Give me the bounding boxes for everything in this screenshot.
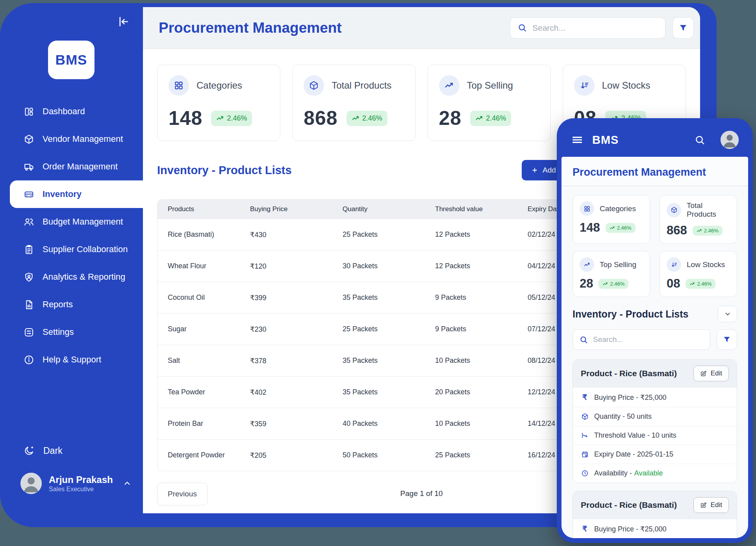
report-icon [24, 299, 34, 310]
mobile-page-title: Procurement Management [573, 166, 706, 178]
rupee-icon: ₹ [581, 524, 589, 533]
stat-label: Top Selling [600, 260, 636, 269]
user-menu[interactable]: Arjun Prakash Sales Executive [20, 473, 132, 494]
stat-value: 868 [304, 107, 337, 130]
search-box[interactable] [573, 329, 710, 350]
search-box[interactable] [510, 17, 665, 39]
mobile-stats-grid: Categories 148 2.46% Total Products 868 … [561, 186, 748, 299]
sidebar-item-vendor-management[interactable]: Vendor Management [0, 125, 143, 153]
mobile-brand-text: BMS [592, 134, 619, 147]
stat-value: 148 [169, 107, 202, 130]
sidebar-item-label: Settings [43, 327, 74, 337]
product-card: Product - Rice (Basmati) Edit ₹ Buying P… [573, 359, 737, 483]
sidebar-nav: Dashboard Vendor Management Order Manage… [0, 98, 143, 373]
filter-button[interactable] [673, 17, 694, 39]
product-title: Product - Rice (Basmati) [581, 369, 677, 378]
cube-icon [24, 134, 34, 145]
sidebar-item-dashboard[interactable]: Dashboard [0, 98, 143, 125]
chevron-down-icon[interactable] [718, 306, 737, 322]
stat-value: 08 [667, 277, 680, 291]
sidebar-item-label: Reports [43, 299, 73, 310]
clock-icon [581, 470, 589, 477]
stat-card-total-products: Total Products 868 2.46% [660, 195, 737, 244]
cube-icon [581, 413, 589, 420]
stat-label: Top Selling [467, 80, 513, 91]
stat-value: 28 [580, 277, 593, 291]
mobile-body: Procurement Management Categories 148 2.… [561, 157, 748, 538]
sidebar-item-inventory[interactable]: Inventory [10, 180, 143, 208]
info-icon [24, 355, 34, 365]
hamburger-menu-icon[interactable] [571, 134, 584, 146]
settings-sliders-icon [24, 327, 34, 338]
users-icon [24, 217, 34, 227]
stat-label: Categories [600, 204, 636, 213]
sidebar-item-analytics-reporting[interactable]: Analytics & Reporting [0, 263, 143, 291]
section-title: Inventory - Product Lists [573, 308, 688, 320]
mobile-search-row [561, 323, 748, 351]
edit-button[interactable]: Edit [693, 497, 729, 513]
sidebar-item-reports[interactable]: Reports [0, 291, 143, 318]
chevron-up-icon[interactable] [122, 479, 132, 488]
sort-down-icon [667, 257, 681, 272]
stat-card-low-stocks: Low Stocks 08 2.46% [660, 251, 737, 297]
product-title: Product - Rice (Basmati) [581, 500, 677, 510]
mobile-section-header: Inventory - Product Lists [561, 299, 748, 323]
stat-value: 868 [667, 223, 687, 238]
sidebar-item-help-support[interactable]: Help & Support [0, 346, 143, 373]
sidebar-item-label: Order Management [43, 162, 118, 172]
stat-change-badge: 2.46% [686, 279, 715, 289]
stat-change-badge: 2.46% [211, 111, 252, 126]
edit-pencil-icon [700, 502, 707, 509]
product-detail-row: Threshold Value - 10 units [573, 426, 737, 445]
product-detail-row: Availability - Available [573, 464, 737, 483]
brand-text: BMS [56, 52, 87, 68]
edit-button[interactable]: Edit [693, 366, 729, 381]
product-detail-row: Quantity - 50 units [573, 407, 737, 426]
mobile-titlebar: Procurement Management [561, 157, 748, 186]
main-header: Procurement Management [143, 7, 700, 49]
search-input[interactable] [532, 23, 658, 33]
sidebar: BMS Dashboard Vendor Management Order Ma… [0, 3, 143, 527]
shield-user-icon [24, 272, 34, 282]
product-card: Product - Rice (Basmati) Edit ₹ Buying P… [573, 491, 737, 538]
stat-value: 148 [580, 221, 600, 235]
product-detail-row: ₹ Buying Price - ₹25,000 [573, 519, 737, 538]
column-header: Threshold value [435, 205, 528, 213]
search-icon [579, 335, 588, 344]
brand-logo: BMS [48, 41, 94, 79]
grid-icon [580, 201, 594, 216]
dark-mode-toggle[interactable]: Dark [24, 445, 63, 456]
search-icon[interactable] [694, 134, 706, 146]
dark-mode-label: Dark [43, 446, 63, 456]
sidebar-item-settings[interactable]: Settings [0, 318, 143, 346]
sidebar-item-supplier-collaboration[interactable]: Supplier Collaboration [0, 236, 143, 263]
cube-icon [667, 203, 681, 217]
sidebar-item-order-management[interactable]: Order Management [0, 153, 143, 180]
stat-label: Categories [196, 80, 242, 91]
product-detail-row: ₹ Buying Price - ₹25,000 [573, 387, 737, 407]
sidebar-item-label: Budget Management [43, 217, 123, 227]
product-card-header: Product - Rice (Basmati) Edit [573, 491, 737, 519]
edit-pencil-icon [700, 370, 707, 377]
sidebar-item-budget-management[interactable]: Budget Management [0, 208, 143, 236]
search-icon [517, 23, 527, 33]
search-input[interactable] [593, 335, 704, 344]
sidebar-item-label: Inventory [43, 189, 82, 199]
sidebar-item-label: Supplier Collaboration [43, 244, 128, 254]
mobile-header: BMS [561, 123, 748, 157]
column-header: Quantity [343, 205, 435, 213]
calendar-icon [581, 451, 589, 458]
dashboard-icon [24, 106, 34, 117]
section-title: Inventory - Product Lists [157, 164, 292, 176]
avatar[interactable] [721, 131, 739, 149]
sidebar-collapse-icon[interactable] [117, 15, 133, 31]
stat-value: 28 [439, 107, 462, 130]
mobile-preview-panel: BMS Procurement Management Categories 14… [557, 118, 753, 543]
user-role: Sales Executive [49, 486, 113, 493]
sidebar-item-label: Dashboard [43, 106, 85, 117]
truck-icon [24, 162, 34, 172]
availability-value: Available [634, 469, 663, 477]
van-icon [24, 189, 34, 200]
filter-button[interactable] [717, 329, 737, 350]
stat-card-categories: Categories 148 2.46% [157, 65, 280, 141]
